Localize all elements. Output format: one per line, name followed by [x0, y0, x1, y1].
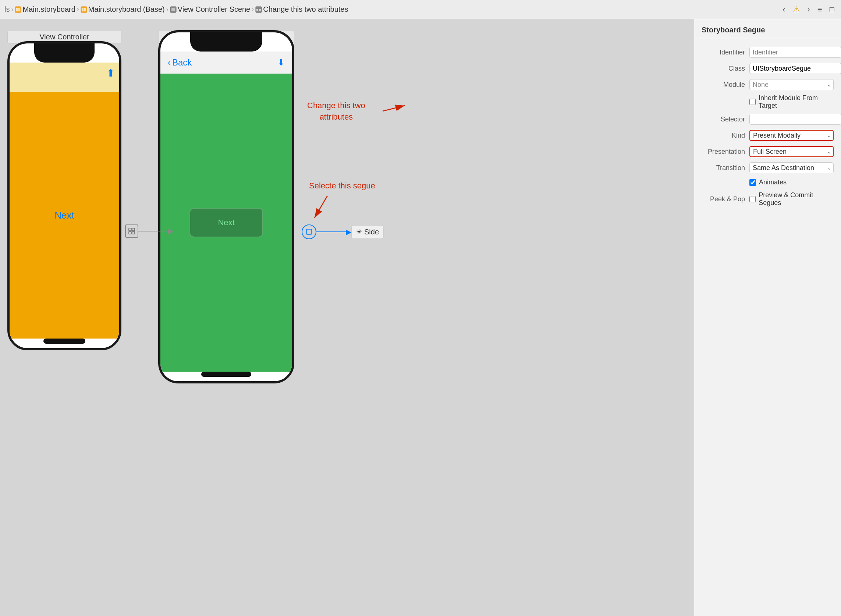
svg-rect-2: [18, 8, 20, 12]
inspector-label-kind: Kind: [702, 132, 749, 139]
side-badge: ☀ Side: [351, 225, 384, 239]
breadcrumb-item-mainstoryboard[interactable]: Main.storyboard: [15, 5, 75, 14]
phone-left: ⬆ Next: [7, 41, 122, 350]
svg-rect-15: [306, 229, 312, 235]
scene-icon: [170, 6, 177, 13]
storyboard-base-icon: [81, 6, 87, 13]
identifier-input[interactable]: [749, 47, 841, 58]
svg-rect-11: [129, 228, 131, 231]
animates-label: Animates: [759, 179, 787, 186]
phone-center-home: [201, 372, 251, 377]
nav-forward-button[interactable]: ›: [805, 3, 812, 16]
inspector-header: Storyboard Segue: [694, 19, 841, 38]
svg-line-17: [382, 106, 405, 111]
inspector-row-transition: Transition Same As Destination Default F…: [694, 160, 841, 176]
nav-back-button[interactable]: ‹: [780, 3, 787, 16]
nav-list-button[interactable]: ≡: [815, 3, 825, 16]
segue-box-icon: [128, 227, 135, 235]
nav-square-button[interactable]: □: [827, 3, 837, 16]
svg-rect-13: [129, 232, 131, 234]
kind-select[interactable]: Present Modally Show Show Detail Present…: [749, 130, 834, 141]
inspector-row-module: Module None: [694, 76, 841, 93]
breadcrumb: ls › Main.storyboard › Main.storyboard (…: [4, 5, 349, 14]
annotation-change-attributes: Change this twoattributes: [307, 100, 365, 123]
breadcrumb-sep-3: ›: [166, 6, 168, 13]
peek-pop-label: Peek & Pop: [702, 195, 749, 203]
inherit-module-checkbox[interactable]: [749, 98, 756, 105]
phone-left-orange: Next: [10, 92, 119, 339]
animates-row: Animates: [694, 176, 841, 189]
back-button[interactable]: ‹ Back: [168, 57, 192, 68]
selector-input[interactable]: [749, 114, 841, 125]
inspector-row-identifier: Identifier: [694, 44, 841, 60]
svg-rect-9: [256, 9, 258, 11]
inspector-label-class: Class: [702, 65, 749, 72]
breadcrumb-item-segue[interactable]: Change this two attributes: [255, 5, 348, 14]
svg-rect-3: [81, 7, 87, 13]
presentation-select-wrapper: Full Screen Automatic Page Sheet Form Sh…: [749, 146, 834, 157]
inherit-module-label: Inherit Module From Target: [759, 94, 834, 110]
inspector-label-presentation: Presentation: [702, 148, 749, 155]
nav-buttons: ‹ ⚠ › ≡ □: [780, 3, 837, 16]
breadcrumb-sep-1: ›: [11, 6, 13, 13]
inspector-row-class: Class ⊕ ▶: [694, 60, 841, 76]
svg-rect-10: [259, 9, 261, 11]
class-input[interactable]: [749, 63, 841, 74]
breadcrumb-sep-2: ›: [77, 6, 79, 13]
arrow-line-left: [138, 231, 168, 232]
phone-nav-bar: ‹ Back ⬇: [160, 51, 292, 73]
module-select[interactable]: None: [749, 79, 834, 90]
peek-pop-checkbox[interactable]: [749, 196, 756, 202]
inspector-label-module: Module: [702, 81, 749, 89]
segue-circle-icon: [305, 228, 313, 236]
back-chevron: ‹: [168, 57, 171, 68]
side-label: Side: [364, 228, 379, 236]
inspector-label-identifier: Identifier: [702, 48, 749, 56]
inspector-row-selector: Selector: [694, 111, 841, 127]
breadcrumb-sep-4: ›: [252, 6, 254, 13]
inspector-label-transition: Transition: [702, 164, 749, 172]
storyboard-icon: [15, 6, 21, 13]
back-text: Back: [172, 57, 192, 68]
top-bar: ls › Main.storyboard › Main.storyboard (…: [0, 0, 841, 19]
inspector-title: Storyboard Segue: [702, 26, 765, 34]
breadcrumb-item-scene[interactable]: View Controller Scene: [170, 5, 251, 14]
arrow-head-blue: ▶: [346, 227, 351, 236]
transition-select[interactable]: Same As Destination Default Flip Horizon…: [749, 162, 834, 173]
segue-box-left[interactable]: [125, 224, 138, 238]
inspector-row-presentation: Presentation Full Screen Automatic Page …: [694, 144, 841, 160]
annotation-select-segue: Selecte this segue: [309, 181, 375, 191]
phone-center: ‹ Back ⬇ Next: [158, 30, 294, 383]
next-button-label: Next: [218, 218, 234, 227]
svg-rect-5: [84, 8, 86, 12]
arrow-head-left: ▶: [168, 227, 173, 236]
svg-line-18: [315, 196, 327, 218]
kind-select-wrapper: Present Modally Show Show Detail Present…: [749, 130, 834, 141]
next-button-green[interactable]: Next: [189, 208, 263, 238]
animates-checkbox[interactable]: [749, 179, 756, 186]
phone-center-body: Next: [160, 73, 292, 372]
segue-circle[interactable]: [302, 224, 316, 239]
phone-left-notch: [34, 43, 95, 63]
download-icon[interactable]: ⬇: [277, 57, 285, 68]
arrow-line-blue: [316, 232, 346, 232]
svg-rect-12: [132, 228, 135, 231]
share-icon[interactable]: ⬆: [106, 67, 115, 79]
inspector-body: Identifier Class ⊕ ▶ Module None: [694, 38, 841, 616]
phone-center-notch: [190, 32, 263, 51]
canvas-area[interactable]: View Controller ⬆ Next View Controller: [0, 19, 694, 616]
inspector-panel: Storyboard Segue Identifier Class ⊕ ▶ Mo…: [694, 19, 841, 616]
module-select-wrapper: None: [749, 79, 834, 90]
breadcrumb-item-ls[interactable]: ls: [4, 5, 10, 14]
arrow-left-center: ▶: [125, 224, 173, 238]
svg-rect-0: [15, 7, 21, 13]
svg-rect-14: [132, 232, 135, 234]
breadcrumb-item-mainstoryboard-base[interactable]: Main.storyboard (Base): [81, 5, 165, 14]
presentation-select[interactable]: Full Screen Automatic Page Sheet Form Sh…: [749, 146, 834, 157]
svg-rect-4: [82, 8, 84, 12]
nav-warning-button[interactable]: ⚠: [791, 3, 802, 16]
main-area: View Controller ⬆ Next View Controller: [0, 19, 841, 616]
next-label-left: Next: [54, 210, 74, 221]
side-icon: ☀: [356, 228, 362, 236]
segue-icon: [255, 6, 262, 13]
